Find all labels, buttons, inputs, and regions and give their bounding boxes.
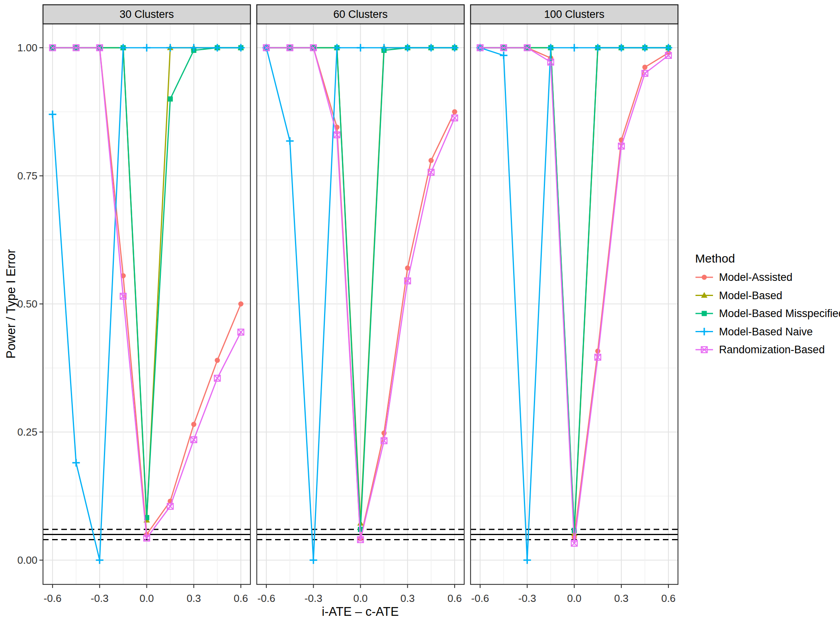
- x-tick-label: 0.6: [447, 592, 462, 604]
- chart-canvas: 30 Clusters-0.6-0.30.00.30.660 Clusters-…: [0, 0, 840, 619]
- legend: Method Model-AssistedModel-BasedModel-Ba…: [695, 252, 840, 356]
- circle-marker: [191, 422, 196, 427]
- x-axis-title: i-ATE – c-ATE: [322, 605, 399, 619]
- legend-item: Randomization-Based: [695, 344, 825, 356]
- facet-panel-30-clusters: 30 Clusters-0.6-0.30.00.30.6: [43, 5, 250, 604]
- facet-label: 100 Clusters: [544, 8, 605, 20]
- facet-panel-100-clusters: 100 Clusters-0.6-0.30.00.30.6: [471, 5, 678, 604]
- x-tick-label: 0.0: [139, 592, 154, 604]
- y-tick-label: 0.00: [17, 554, 37, 566]
- facet-label: 30 Clusters: [119, 8, 174, 20]
- circle-marker: [452, 109, 457, 115]
- y-tick-label: 0.50: [17, 298, 37, 310]
- y-axis: 0.000.250.500.751.00: [17, 42, 43, 566]
- legend-square-icon: [702, 311, 707, 316]
- chart-figure: 30 Clusters-0.6-0.30.00.30.660 Clusters-…: [0, 0, 840, 619]
- facet-panel-60-clusters: 60 Clusters-0.6-0.30.00.30.6: [257, 5, 464, 604]
- x-tick-label: -0.3: [518, 592, 536, 604]
- legend-circle-icon: [702, 275, 707, 280]
- circle-marker: [642, 64, 647, 70]
- x-tick-label: -0.6: [44, 592, 62, 604]
- x-tick-label: 0.0: [567, 592, 581, 604]
- legend-item-label: Model-Based Naive: [719, 326, 813, 338]
- y-tick-label: 1.00: [17, 42, 37, 54]
- legend-item: Model-Assisted: [695, 271, 793, 283]
- x-tick-label: 0.3: [400, 592, 415, 604]
- circle-marker: [215, 358, 220, 363]
- x-tick-label: -0.6: [258, 592, 275, 604]
- x-tick-label: -0.3: [305, 592, 322, 604]
- legend-item: Model-Based: [695, 290, 782, 302]
- x-tick-label: 0.0: [353, 592, 367, 604]
- x-tick-label: 0.6: [661, 592, 676, 604]
- legend-item: Model-Based Misspecified: [695, 308, 840, 319]
- legend-item-label: Model-Assisted: [719, 271, 793, 283]
- legend-item-label: Model-Based Misspecified: [719, 308, 840, 319]
- y-axis-title: Power / Type I Error: [4, 249, 18, 358]
- x-tick-label: -0.6: [471, 592, 489, 604]
- legend-items: Model-AssistedModel-BasedModel-Based Mis…: [695, 271, 840, 356]
- x-tick-label: 0.3: [187, 592, 201, 604]
- legend-title: Method: [695, 252, 735, 265]
- square-marker: [168, 96, 173, 101]
- facet-panels: 30 Clusters-0.6-0.30.00.30.660 Clusters-…: [43, 5, 678, 604]
- legend-item-label: Randomization-Based: [719, 344, 825, 356]
- legend-item: Model-Based Naive: [695, 326, 813, 338]
- circle-marker: [428, 158, 434, 163]
- x-tick-label: 0.3: [614, 592, 629, 604]
- legend-item-label: Model-Based: [719, 290, 782, 302]
- x-tick-label: 0.6: [234, 592, 248, 604]
- circle-marker: [238, 302, 244, 307]
- legend-plus-icon: [701, 328, 708, 335]
- facet-label: 60 Clusters: [333, 8, 388, 20]
- y-tick-label: 0.25: [17, 426, 37, 438]
- x-tick-label: -0.3: [91, 592, 109, 604]
- y-tick-label: 0.75: [17, 170, 37, 182]
